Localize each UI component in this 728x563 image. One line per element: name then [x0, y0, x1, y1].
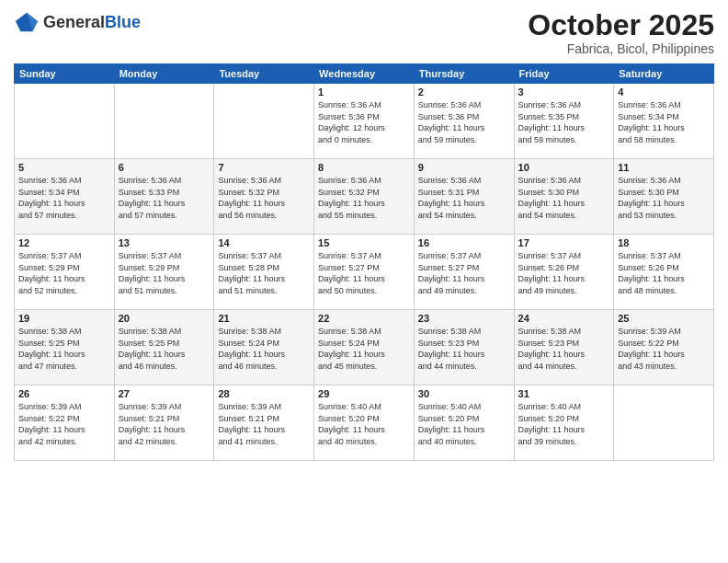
logo-blue: Blue — [105, 13, 141, 31]
day-info: Sunrise: 5:37 AM Sunset: 5:26 PM Dayligh… — [518, 250, 610, 296]
day-number: 17 — [518, 237, 610, 248]
table-row: 29Sunrise: 5:40 AM Sunset: 5:20 PM Dayli… — [314, 385, 415, 461]
day-info: Sunrise: 5:37 AM Sunset: 5:27 PM Dayligh… — [418, 250, 510, 296]
header-sunday: Sunday — [15, 64, 115, 84]
day-number: 26 — [18, 388, 110, 399]
table-row: 2Sunrise: 5:36 AM Sunset: 5:36 PM Daylig… — [414, 84, 514, 159]
day-number: 3 — [518, 86, 610, 98]
table-row: 21Sunrise: 5:38 AM Sunset: 5:24 PM Dayli… — [214, 310, 314, 385]
table-row: 12Sunrise: 5:37 AM Sunset: 5:29 PM Dayli… — [15, 235, 115, 310]
table-row: 3Sunrise: 5:36 AM Sunset: 5:35 PM Daylig… — [514, 84, 614, 159]
day-number: 16 — [418, 237, 510, 248]
logo-general: General — [43, 13, 105, 31]
table-row — [15, 84, 115, 159]
day-info: Sunrise: 5:36 AM Sunset: 5:30 PM Dayligh… — [518, 175, 610, 221]
day-number: 7 — [218, 162, 310, 173]
day-number: 5 — [18, 162, 110, 173]
day-info: Sunrise: 5:37 AM Sunset: 5:28 PM Dayligh… — [218, 250, 310, 296]
day-number: 29 — [318, 388, 410, 399]
logo-icon — [14, 9, 40, 35]
table-row: 26Sunrise: 5:39 AM Sunset: 5:22 PM Dayli… — [15, 385, 115, 461]
header-tuesday: Tuesday — [214, 64, 314, 84]
header-wednesday: Wednesday — [314, 64, 415, 84]
calendar-table: Sunday Monday Tuesday Wednesday Thursday… — [14, 63, 714, 461]
table-row: 25Sunrise: 5:39 AM Sunset: 5:22 PM Dayli… — [614, 310, 714, 385]
table-row: 1Sunrise: 5:36 AM Sunset: 5:36 PM Daylig… — [314, 84, 415, 159]
table-row: 31Sunrise: 5:40 AM Sunset: 5:20 PM Dayli… — [514, 385, 614, 461]
day-number: 12 — [18, 237, 110, 248]
day-number: 2 — [418, 86, 510, 98]
day-number: 23 — [418, 313, 510, 324]
day-number: 9 — [418, 162, 510, 173]
day-info: Sunrise: 5:40 AM Sunset: 5:20 PM Dayligh… — [318, 401, 410, 447]
day-info: Sunrise: 5:36 AM Sunset: 5:31 PM Dayligh… — [418, 175, 510, 221]
table-row: 4Sunrise: 5:36 AM Sunset: 5:34 PM Daylig… — [614, 84, 714, 159]
header: GeneralBlue October 2025 Fabrica, Bicol,… — [14, 9, 714, 56]
day-info: Sunrise: 5:37 AM Sunset: 5:29 PM Dayligh… — [119, 250, 210, 296]
table-row: 18Sunrise: 5:37 AM Sunset: 5:26 PM Dayli… — [614, 235, 714, 310]
day-info: Sunrise: 5:39 AM Sunset: 5:21 PM Dayligh… — [218, 401, 310, 447]
table-row — [214, 84, 314, 159]
table-row: 13Sunrise: 5:37 AM Sunset: 5:29 PM Dayli… — [114, 235, 214, 310]
day-number: 21 — [218, 313, 310, 324]
day-number: 15 — [318, 237, 410, 248]
day-info: Sunrise: 5:37 AM Sunset: 5:27 PM Dayligh… — [318, 250, 410, 296]
day-number: 14 — [218, 237, 310, 248]
day-number: 19 — [18, 313, 110, 324]
table-row: 28Sunrise: 5:39 AM Sunset: 5:21 PM Dayli… — [214, 385, 314, 461]
day-number: 8 — [318, 162, 410, 173]
table-row: 14Sunrise: 5:37 AM Sunset: 5:28 PM Dayli… — [214, 235, 314, 310]
table-row — [614, 385, 714, 461]
header-thursday: Thursday — [414, 64, 514, 84]
day-info: Sunrise: 5:36 AM Sunset: 5:32 PM Dayligh… — [218, 175, 310, 221]
day-number: 20 — [119, 313, 210, 324]
table-row: 24Sunrise: 5:38 AM Sunset: 5:23 PM Dayli… — [514, 310, 614, 385]
day-number: 13 — [119, 237, 210, 248]
weekday-header-row: Sunday Monday Tuesday Wednesday Thursday… — [15, 64, 714, 84]
day-info: Sunrise: 5:38 AM Sunset: 5:23 PM Dayligh… — [418, 326, 510, 372]
location: Fabrica, Bicol, Philippines — [528, 41, 714, 56]
logo: GeneralBlue — [14, 9, 141, 35]
table-row: 20Sunrise: 5:38 AM Sunset: 5:25 PM Dayli… — [114, 310, 214, 385]
day-info: Sunrise: 5:39 AM Sunset: 5:22 PM Dayligh… — [618, 326, 710, 372]
table-row: 8Sunrise: 5:36 AM Sunset: 5:32 PM Daylig… — [314, 159, 415, 235]
header-friday: Friday — [514, 64, 614, 84]
day-number: 30 — [418, 388, 510, 399]
day-number: 22 — [318, 313, 410, 324]
day-number: 25 — [618, 313, 710, 324]
day-info: Sunrise: 5:38 AM Sunset: 5:24 PM Dayligh… — [218, 326, 310, 372]
week-row-4: 26Sunrise: 5:39 AM Sunset: 5:22 PM Dayli… — [15, 385, 714, 461]
day-info: Sunrise: 5:38 AM Sunset: 5:23 PM Dayligh… — [518, 326, 610, 372]
day-info: Sunrise: 5:38 AM Sunset: 5:24 PM Dayligh… — [318, 326, 410, 372]
day-info: Sunrise: 5:36 AM Sunset: 5:34 PM Dayligh… — [18, 175, 110, 221]
day-number: 4 — [618, 86, 710, 98]
week-row-3: 19Sunrise: 5:38 AM Sunset: 5:25 PM Dayli… — [15, 310, 714, 385]
day-info: Sunrise: 5:38 AM Sunset: 5:25 PM Dayligh… — [119, 326, 210, 372]
table-row: 23Sunrise: 5:38 AM Sunset: 5:23 PM Dayli… — [414, 310, 514, 385]
table-row: 27Sunrise: 5:39 AM Sunset: 5:21 PM Dayli… — [114, 385, 214, 461]
day-info: Sunrise: 5:39 AM Sunset: 5:21 PM Dayligh… — [119, 401, 210, 447]
day-number: 10 — [518, 162, 610, 173]
page: GeneralBlue October 2025 Fabrica, Bicol,… — [0, 0, 728, 563]
day-info: Sunrise: 5:36 AM Sunset: 5:33 PM Dayligh… — [119, 175, 210, 221]
day-number: 28 — [218, 388, 310, 399]
day-info: Sunrise: 5:36 AM Sunset: 5:32 PM Dayligh… — [318, 175, 410, 221]
table-row: 17Sunrise: 5:37 AM Sunset: 5:26 PM Dayli… — [514, 235, 614, 310]
day-info: Sunrise: 5:36 AM Sunset: 5:30 PM Dayligh… — [618, 175, 710, 221]
day-info: Sunrise: 5:40 AM Sunset: 5:20 PM Dayligh… — [418, 401, 510, 447]
header-monday: Monday — [114, 64, 214, 84]
day-number: 24 — [518, 313, 610, 324]
day-info: Sunrise: 5:36 AM Sunset: 5:34 PM Dayligh… — [618, 99, 710, 145]
week-row-0: 1Sunrise: 5:36 AM Sunset: 5:36 PM Daylig… — [15, 84, 714, 159]
table-row: 9Sunrise: 5:36 AM Sunset: 5:31 PM Daylig… — [414, 159, 514, 235]
day-number: 11 — [618, 162, 710, 173]
month-title: October 2025 — [528, 9, 714, 41]
day-info: Sunrise: 5:37 AM Sunset: 5:26 PM Dayligh… — [618, 250, 710, 296]
day-number: 1 — [318, 86, 410, 98]
day-info: Sunrise: 5:40 AM Sunset: 5:20 PM Dayligh… — [518, 401, 610, 447]
day-info: Sunrise: 5:36 AM Sunset: 5:36 PM Dayligh… — [418, 99, 510, 145]
table-row: 19Sunrise: 5:38 AM Sunset: 5:25 PM Dayli… — [15, 310, 115, 385]
table-row: 16Sunrise: 5:37 AM Sunset: 5:27 PM Dayli… — [414, 235, 514, 310]
table-row: 22Sunrise: 5:38 AM Sunset: 5:24 PM Dayli… — [314, 310, 415, 385]
day-number: 27 — [119, 388, 210, 399]
